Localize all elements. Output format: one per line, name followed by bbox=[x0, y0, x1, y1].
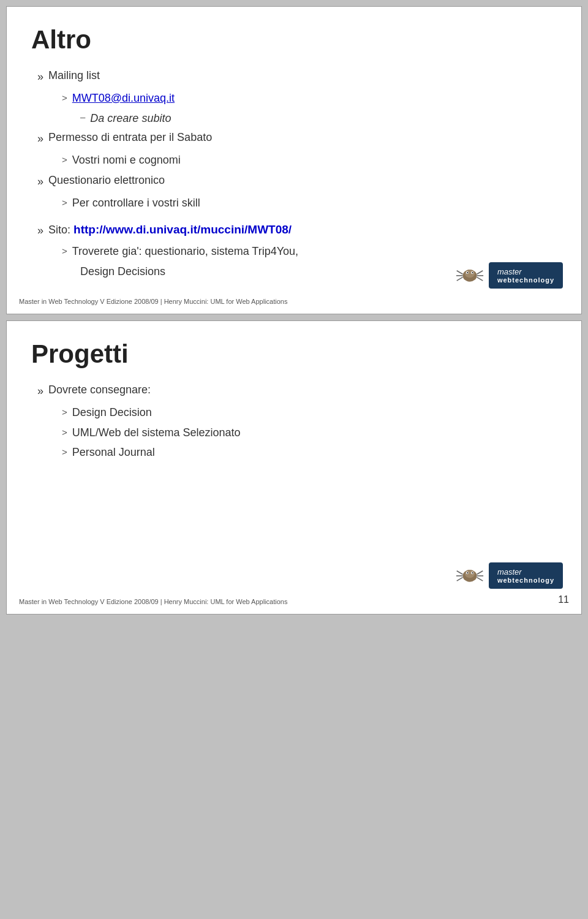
list-item: > Personal Journal bbox=[62, 444, 557, 461]
svg-line-2 bbox=[457, 271, 463, 274]
svg-line-5 bbox=[477, 271, 483, 274]
bullet-icon: » bbox=[37, 222, 43, 240]
list-item: > Design Decision bbox=[62, 404, 557, 422]
design-decision-text: Design Decision bbox=[72, 404, 152, 422]
sito-text: Sito: http://www.di.univaq.it/muccini/MW… bbox=[48, 221, 292, 239]
bullet-icon: » bbox=[37, 130, 43, 148]
logo-text2: webtechnology bbox=[497, 276, 554, 284]
slide1-footer: Master in Web Technology V Edizione 2008… bbox=[19, 298, 287, 305]
svg-point-13 bbox=[465, 570, 475, 578]
list-item: > Troverete gia': questionario, sistema … bbox=[62, 243, 557, 260]
bullet-text: Design Decisions bbox=[80, 263, 165, 281]
svg-point-23 bbox=[472, 572, 473, 573]
logo-box: master webtechnology bbox=[489, 262, 563, 289]
slide2-title: Progetti bbox=[31, 339, 557, 369]
bullet-text: Troverete gia': questionario, sistema Tr… bbox=[72, 243, 298, 260]
arrow-icon: > bbox=[62, 425, 67, 440]
slide2-footer: Master in Web Technology V Edizione 2008… bbox=[19, 598, 287, 605]
logo-area: master webtechnology bbox=[454, 262, 563, 289]
bullet-icon: » bbox=[37, 173, 43, 191]
personal-journal-text: Personal Journal bbox=[72, 444, 155, 461]
svg-line-7 bbox=[477, 277, 483, 281]
logo-text2-2: webtechnology bbox=[497, 577, 554, 584]
spider-logo-2 bbox=[454, 562, 485, 589]
sito-label: Sito: bbox=[48, 224, 74, 236]
slide-number: 11 bbox=[558, 594, 569, 605]
logo-text1-2: master bbox=[497, 567, 554, 577]
svg-line-4 bbox=[457, 277, 463, 281]
slide-1: Altro » Mailing list > MWT08@di.univaq.i… bbox=[6, 6, 582, 314]
page-container: Altro » Mailing list > MWT08@di.univaq.i… bbox=[0, 0, 588, 621]
svg-point-11 bbox=[472, 272, 473, 273]
svg-point-22 bbox=[467, 572, 468, 573]
logo-content: master webtechnology bbox=[497, 267, 554, 284]
list-item: > Per controllare i vostri skill bbox=[62, 194, 557, 212]
bullet-icon: » bbox=[37, 68, 43, 86]
svg-line-17 bbox=[477, 571, 483, 575]
bullet-icon: » bbox=[37, 382, 43, 400]
link-text[interactable]: MWT08@di.univaq.it bbox=[72, 89, 175, 107]
bullet-text: Vostri nomi e cognomi bbox=[72, 151, 181, 169]
bullet-text: Mailing list bbox=[48, 67, 100, 85]
list-item: – Da creare subito bbox=[80, 110, 557, 127]
svg-line-19 bbox=[477, 577, 483, 581]
logo-box-2: master webtechnology bbox=[489, 562, 563, 589]
arrow-icon: > bbox=[62, 445, 67, 460]
arrow-icon: > bbox=[62, 195, 67, 210]
arrow-icon: > bbox=[62, 153, 67, 167]
logo-area-2: master webtechnology bbox=[454, 562, 563, 589]
bullet-text: Da creare subito bbox=[90, 110, 171, 127]
spider-logo bbox=[454, 262, 485, 289]
bullet-text: Dovrete consegnare: bbox=[48, 381, 151, 399]
logo-content-2: master webtechnology bbox=[497, 567, 554, 584]
list-item: > MWT08@di.univaq.it bbox=[62, 89, 557, 107]
list-item: » Dovrete consegnare: bbox=[37, 381, 557, 400]
uml-web-text: UML/Web del sistema Selezionato bbox=[72, 424, 241, 442]
sito-link[interactable]: http://www.di.univaq.it/muccini/MWT08/ bbox=[74, 223, 292, 236]
slide-2: Progetti » Dovrete consegnare: > Design … bbox=[6, 320, 582, 615]
slide1-title: Altro bbox=[31, 25, 557, 55]
bullet-text: Questionario elettronico bbox=[48, 172, 165, 189]
logo-text1: master bbox=[497, 267, 554, 276]
bullet-text: Permesso di entrata per il Sabato bbox=[48, 129, 212, 146]
arrow-icon: > bbox=[62, 405, 67, 420]
list-item: » Questionario elettronico bbox=[37, 172, 557, 191]
svg-point-10 bbox=[467, 272, 468, 273]
slide1-content: » Mailing list > MWT08@di.univaq.it – Da… bbox=[31, 67, 557, 281]
arrow-icon: > bbox=[62, 244, 67, 259]
svg-line-14 bbox=[457, 571, 463, 575]
list-item: > Vostri nomi e cognomi bbox=[62, 151, 557, 169]
sito-bullet: » Sito: http://www.di.univaq.it/muccini/… bbox=[37, 221, 557, 240]
svg-line-16 bbox=[457, 577, 463, 581]
svg-point-1 bbox=[465, 270, 475, 278]
list-item: » Mailing list bbox=[37, 67, 557, 86]
bullet-text: Per controllare i vostri skill bbox=[72, 194, 200, 212]
slide2-content: » Dovrete consegnare: > Design Decision … bbox=[31, 381, 557, 461]
dash-icon: – bbox=[80, 110, 85, 124]
list-item: » Permesso di entrata per il Sabato bbox=[37, 129, 557, 148]
list-item: > UML/Web del sistema Selezionato bbox=[62, 424, 557, 442]
arrow-icon: > bbox=[62, 91, 67, 105]
